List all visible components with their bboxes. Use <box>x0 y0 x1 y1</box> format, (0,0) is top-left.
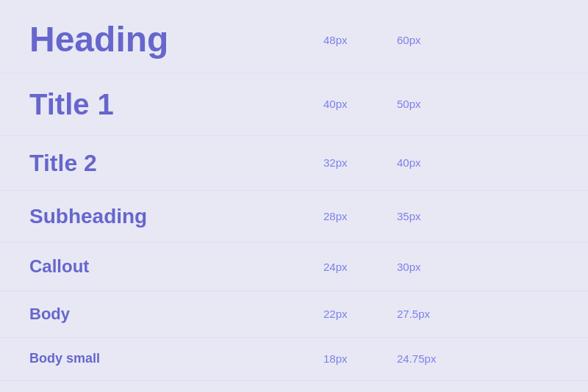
type-label-callout: Callout <box>29 256 89 276</box>
type-name-title2: Title 2 <box>29 149 323 177</box>
type-label-title1: Title 1 <box>29 88 114 120</box>
type-name-body-small: Body small <box>29 351 323 367</box>
type-label-body-small: Body small <box>29 351 100 366</box>
type-size-subheading: 28px <box>323 210 397 222</box>
type-lineheight-body-small: 24.75px <box>397 352 470 365</box>
type-label-title2: Title 2 <box>29 150 97 176</box>
type-row-body: Body 22px 27.5px <box>0 291 588 338</box>
type-label-subheading: Subheading <box>29 205 147 228</box>
type-row-heading: Heading 48px 60px <box>0 7 588 73</box>
type-lineheight-title2: 40px <box>397 156 470 169</box>
type-name-body: Body <box>29 305 323 324</box>
type-lineheight-heading: 60px <box>397 34 470 46</box>
type-lineheight-callout: 30px <box>397 261 470 273</box>
type-lineheight-title1: 50px <box>397 98 470 110</box>
type-name-subheading: Subheading <box>29 204 323 229</box>
type-size-title1: 40px <box>323 98 397 110</box>
type-row-subheading: Subheading 28px 35px <box>0 191 588 243</box>
type-label-body: Body <box>29 305 70 323</box>
type-name-callout: Callout <box>29 256 323 277</box>
type-name-heading: Heading <box>29 21 323 59</box>
type-lineheight-body: 27.5px <box>397 308 470 320</box>
type-name-title1: Title 1 <box>29 87 323 122</box>
type-row-body-small: Body small 18px 24.75px <box>0 338 588 381</box>
type-size-heading: 48px <box>323 34 397 46</box>
typography-table: Heading 48px 60px Title 1 40px 50px Titl… <box>0 0 588 388</box>
type-size-body: 22px <box>323 308 397 320</box>
type-row-callout: Callout 24px 30px <box>0 243 588 291</box>
type-lineheight-subheading: 35px <box>397 210 470 222</box>
type-size-body-small: 18px <box>323 352 397 365</box>
type-row-title1: Title 1 40px 50px <box>0 73 588 136</box>
type-label-heading: Heading <box>29 20 168 59</box>
type-size-title2: 32px <box>323 156 397 169</box>
type-size-callout: 24px <box>323 261 397 273</box>
type-row-title2: Title 2 32px 40px <box>0 136 588 191</box>
